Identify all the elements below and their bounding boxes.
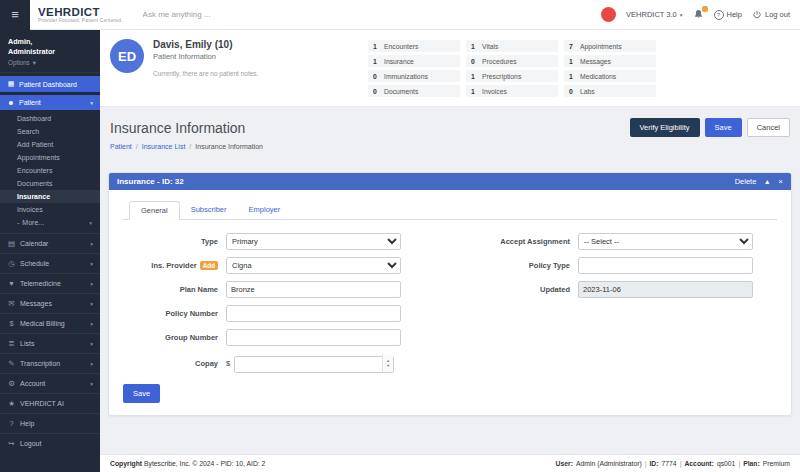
step-down-icon[interactable]: ▾ (387, 363, 389, 368)
notifications-button[interactable] (693, 9, 704, 20)
sidebar-item-search[interactable]: Search (0, 125, 100, 138)
sidebar-section-patient[interactable]: ☻ Patient ▾ (0, 95, 100, 110)
tab-employer[interactable]: Employer (238, 201, 292, 220)
sidebar-item-calendar[interactable]: ▤ Calendar ▾ (0, 233, 100, 253)
footer-user-label: User: (556, 460, 573, 467)
chevron-down-icon: ▾ (33, 59, 36, 66)
sidebar-item-documents[interactable]: Documents (0, 177, 100, 190)
sidebar-item-messages[interactable]: ✉ Messages ▾ (0, 293, 100, 313)
group-number-input[interactable] (226, 329, 401, 346)
copay-input[interactable] (234, 356, 394, 373)
footer-separator: | (680, 460, 682, 467)
stat-encounters[interactable]: 1Encounters (368, 40, 460, 52)
breadcrumb-patient[interactable]: Patient (110, 143, 132, 150)
policy-type-input[interactable] (578, 257, 753, 274)
sidebar-options-button[interactable]: Options ▾ (8, 59, 92, 66)
policy-number-input[interactable] (226, 305, 401, 322)
breadcrumb-separator: / (136, 143, 138, 150)
sidebar-item-more[interactable]: - More... ▾ (0, 216, 100, 229)
patient-note: Currently, there are no patient notes. (153, 70, 338, 77)
form-save-button[interactable]: Save (123, 384, 160, 403)
submenu-label: Encounters (17, 167, 52, 174)
updated-input (578, 281, 753, 298)
sidebar-item-help[interactable]: ? Help (0, 413, 100, 433)
verify-eligibility-button[interactable]: Verify Eligibility (630, 118, 700, 137)
sidebar-item-lists[interactable]: ≣ Lists ▾ (0, 333, 100, 353)
plan-name-input[interactable] (226, 281, 401, 298)
stat-labs[interactable]: 0Labs (564, 85, 656, 97)
insurance-form: Type Primary Ins. Provider Add (123, 233, 777, 380)
sidebar-item-insurance[interactable]: Insurance (0, 190, 100, 203)
sidebar-item-appointments[interactable]: Appointments (0, 151, 100, 164)
user-avatar[interactable] (601, 7, 616, 22)
sidebar-item-medical-billing[interactable]: $ Medical Billing ▾ (0, 313, 100, 333)
hamburger-menu-button[interactable]: ≡ (0, 0, 30, 30)
stat-immunizations[interactable]: 0Immunizations (368, 70, 460, 82)
help-button[interactable]: ? Help (714, 10, 742, 20)
stat-label: Prescriptions (482, 73, 521, 80)
submenu-label: Dashboard (17, 115, 51, 122)
provider-select[interactable]: Cigna (226, 257, 401, 274)
sidebar-item-label: Messages (20, 300, 52, 307)
tab-subscriber[interactable]: Subscriber (180, 201, 238, 220)
stats-column-2: 1Vitals 0Procedures 1Prescriptions 1Invo… (466, 40, 558, 97)
copyright-label: Copyright (110, 460, 142, 467)
sidebar-item-dashboard[interactable]: Dashboard (0, 112, 100, 125)
dollar-icon: $ (7, 319, 16, 328)
global-search-input[interactable] (143, 10, 363, 19)
sidebar-item-patient-dashboard[interactable]: ▦ Patient Dashboard (0, 76, 100, 92)
stat-procedures[interactable]: 0Procedures (466, 55, 558, 67)
stat-invoices[interactable]: 1Invoices (466, 85, 558, 97)
sidebar-item-logout[interactable]: ↪ Logout (0, 433, 100, 453)
gear-icon: ⚙ (7, 379, 16, 388)
collapse-button[interactable]: ▴ (765, 178, 769, 186)
form-row-policy-type: Policy Type (475, 257, 777, 274)
sidebar-item-label: Help (20, 420, 34, 427)
form-right-column: Accept Assignment -- Select -- Policy Ty… (475, 233, 777, 305)
sidebar-item-vehrdict-ai[interactable]: ★ VEHRDICT AI (0, 393, 100, 413)
footer-id-label: ID: (649, 460, 658, 467)
sidebar-item-encounters[interactable]: Encounters (0, 164, 100, 177)
stepper-icon[interactable]: ▴ ▾ (382, 354, 393, 372)
delete-button[interactable]: Delete (735, 177, 757, 186)
footer-copyright: Copyright Bytescribe, Inc. © 2024 - PID:… (110, 460, 265, 467)
page-title: Insurance Information (110, 120, 245, 136)
sidebar-item-label: Medical Billing (20, 320, 65, 327)
stat-messages[interactable]: 1Messages (564, 55, 656, 67)
insurance-panel-header: Insurance - ID: 32 Delete ▴ × (109, 173, 791, 190)
add-provider-button[interactable]: Add (200, 261, 218, 270)
patient-submenu: Dashboard Search Add Patient Appointment… (0, 110, 100, 233)
stat-documents[interactable]: 0Documents (368, 85, 460, 97)
policy-number-label: Policy Number (165, 309, 218, 318)
stat-count: 1 (569, 58, 575, 65)
tab-general[interactable]: General (129, 201, 180, 220)
save-button[interactable]: Save (705, 118, 742, 137)
patient-info: Davis, Emily (10) Patient Information Cu… (153, 39, 338, 77)
sidebar-user-role: Administrator (8, 47, 92, 57)
accept-assignment-select[interactable]: -- Select -- (578, 233, 753, 250)
close-icon[interactable]: × (778, 178, 783, 186)
sidebar-item-add-patient[interactable]: Add Patient (0, 138, 100, 151)
sidebar-item-invoices[interactable]: Invoices (0, 203, 100, 216)
app-logo[interactable]: VEHRDICT Provider Focused. Patient Cente… (38, 6, 123, 24)
stats-column-3: 7Appointments 1Messages 1Medications 0La… (564, 40, 656, 97)
stat-medications[interactable]: 1Medications (564, 70, 656, 82)
form-row-type: Type Primary (123, 233, 425, 250)
account-menu[interactable]: VEHRDICT 3.0 ▾ (626, 10, 682, 19)
stat-prescriptions[interactable]: 1Prescriptions (466, 70, 558, 82)
stat-vitals[interactable]: 1Vitals (466, 40, 558, 52)
stat-label: Appointments (580, 43, 622, 50)
stat-appointments[interactable]: 7Appointments (564, 40, 656, 52)
sidebar-item-account[interactable]: ⚙ Account ▾ (0, 373, 100, 393)
question-icon: ? (7, 419, 16, 428)
sidebar-item-transcription[interactable]: ✎ Transcription ▾ (0, 353, 100, 373)
breadcrumb-insurance-list[interactable]: Insurance List (142, 143, 186, 150)
submenu-label: Add Patient (17, 141, 53, 148)
sidebar-item-telemedicine[interactable]: ♥ Telemedicine ▾ (0, 273, 100, 293)
sidebar-item-schedule[interactable]: ◷ Schedule ▾ (0, 253, 100, 273)
page-actions: Verify Eligibility Save Cancel (630, 118, 791, 137)
cancel-button[interactable]: Cancel (747, 118, 790, 137)
stat-insurance[interactable]: 1Insurance (368, 55, 460, 67)
logout-button[interactable]: Log out (752, 10, 790, 20)
type-select[interactable]: Primary (226, 233, 401, 250)
